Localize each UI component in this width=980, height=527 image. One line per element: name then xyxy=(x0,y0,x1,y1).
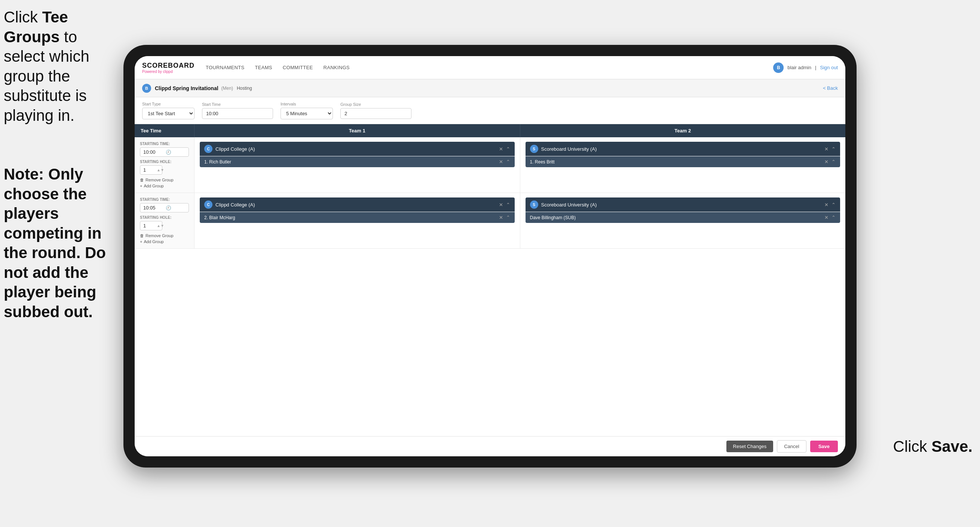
scoreboard-logo: SCOREBOARD Powered by clippd xyxy=(142,62,194,74)
time-input-1[interactable] xyxy=(143,149,166,155)
tournament-name: Clippd Spring Invitational xyxy=(155,85,218,91)
hole-input-wrap-2: ▲▼ xyxy=(140,221,162,231)
user-name: blair admin xyxy=(788,65,811,70)
th-tee-time: Tee Time xyxy=(135,124,194,137)
time-input-wrap-2: 🕘 xyxy=(140,203,189,212)
team2-remove-btn-2[interactable]: ✕ xyxy=(824,202,829,208)
th-team1: Team 1 xyxy=(194,124,520,137)
team2-header-2: S Scoreboard University (A) ✕ ⌃ xyxy=(525,197,840,212)
add-group-text-1[interactable]: Add Group xyxy=(144,184,164,188)
separator: | xyxy=(815,65,816,70)
scroll-area: STARTING TIME: 🕘 STARTING HOLE: ▲▼ 🗑 Rem… xyxy=(135,137,845,436)
hole-input-2[interactable] xyxy=(143,223,157,229)
team2-remove-btn-1[interactable]: ✕ xyxy=(824,146,829,152)
team1-col-2: C Clippd College (A) ✕ ⌃ 2. Blair McHarg… xyxy=(194,193,520,248)
table-row: STARTING TIME: 🕘 STARTING HOLE: ▲▼ 🗑 Rem… xyxy=(135,137,845,193)
team2-col-1: S Scoreboard University (A) ✕ ⌃ 1. Rees … xyxy=(520,137,846,193)
start-type-select[interactable]: 1st Tee Start xyxy=(142,108,194,119)
th-team2: Team 2 xyxy=(520,124,846,137)
add-group-link-2[interactable]: + Add Group xyxy=(140,239,189,244)
sub-header: B Clippd Spring Invitational (Men) Hosti… xyxy=(135,79,845,97)
player-name-1-2: 2. Blair McHarg xyxy=(204,215,499,220)
add-group-text-2[interactable]: Add Group xyxy=(144,239,164,244)
starting-hole-label-2: STARTING HOLE: xyxy=(140,215,189,220)
intervals-group: Intervals 5 Minutes xyxy=(280,102,333,119)
team1-header-2: C Clippd College (A) ✕ ⌃ xyxy=(200,197,515,212)
player-chevron-1-2[interactable]: ⌃ xyxy=(506,215,510,220)
starting-time-label-1: STARTING TIME: xyxy=(140,142,189,146)
team1-remove-btn-1[interactable]: ✕ xyxy=(499,146,503,152)
team1-avatar-1: C xyxy=(204,145,212,153)
remove-group-link-1[interactable]: 🗑 Remove Group xyxy=(140,178,189,182)
note-block: Note: Only choose the players competing … xyxy=(4,165,123,322)
plus-icon-1: + xyxy=(140,184,142,188)
nav-user: B blair admin | Sign out xyxy=(773,62,838,73)
team2-header-actions-2: ✕ ⌃ xyxy=(824,202,835,208)
team2-header-1: S Scoreboard University (A) ✕ ⌃ xyxy=(525,142,840,156)
list-item: Dave Billingham (SUB) ✕ ⌃ xyxy=(525,212,840,223)
player-remove-icon-1-1[interactable]: ✕ xyxy=(499,159,503,165)
nav-committee[interactable]: COMMITTEE xyxy=(283,63,313,72)
list-item: 1. Rich Butler ✕ ⌃ xyxy=(200,156,515,167)
tee-time-col-2: STARTING TIME: 🕘 STARTING HOLE: ▲▼ 🗑 Rem… xyxy=(135,193,194,248)
player-actions-1-2: ✕ ⌃ xyxy=(499,215,510,220)
team1-remove-btn-2[interactable]: ✕ xyxy=(499,202,503,208)
intervals-select[interactable]: 5 Minutes xyxy=(280,108,333,119)
team1-header-actions-2: ✕ ⌃ xyxy=(499,202,510,208)
start-time-input[interactable] xyxy=(202,108,273,119)
team2-name-1: Scoreboard University (A) xyxy=(541,146,822,152)
tablet-screen: SCOREBOARD Powered by clippd TOURNAMENTS… xyxy=(135,56,845,456)
remove-group-link-2[interactable]: 🗑 Remove Group xyxy=(140,233,189,238)
start-time-group: Start Time xyxy=(202,102,273,119)
click-save-bold: Save. xyxy=(931,438,972,455)
reset-changes-button[interactable]: Reset Changes xyxy=(726,441,773,452)
player-remove-icon-1-2[interactable]: ✕ xyxy=(499,215,503,220)
player-actions-2-1: ✕ ⌃ xyxy=(824,159,835,165)
back-link[interactable]: < Back xyxy=(823,85,838,91)
start-type-group: Start Type 1st Tee Start xyxy=(142,102,194,119)
team1-chevron-2[interactable]: ⌃ xyxy=(506,202,510,208)
trash-icon-1: 🗑 xyxy=(140,178,144,182)
team1-chevron-1[interactable]: ⌃ xyxy=(506,146,510,152)
tablet-frame: SCOREBOARD Powered by clippd TOURNAMENTS… xyxy=(123,45,857,468)
player-chevron-1-1[interactable]: ⌃ xyxy=(506,159,510,165)
team2-header-actions-1: ✕ ⌃ xyxy=(824,146,835,152)
start-time-label: Start Time xyxy=(202,102,273,107)
team2-chevron-2[interactable]: ⌃ xyxy=(832,202,835,208)
player-chevron-2-2[interactable]: ⌃ xyxy=(832,215,835,220)
time-input-wrap-1: 🕘 xyxy=(140,147,189,157)
chevron-hole-icon-2: ▲▼ xyxy=(157,224,164,228)
cancel-button[interactable]: Cancel xyxy=(777,440,806,452)
remove-group-text-1[interactable]: Remove Group xyxy=(145,178,173,182)
instruction-block: Click Tee Groups to select which group t… xyxy=(4,8,120,125)
intervals-label: Intervals xyxy=(280,102,333,106)
nav-teams[interactable]: TEAMS xyxy=(255,63,272,72)
save-button[interactable]: Save xyxy=(810,441,838,452)
team1-header-actions-1: ✕ ⌃ xyxy=(499,146,510,152)
team1-name-1: Clippd College (A) xyxy=(215,146,496,152)
nav-rankings[interactable]: RANKINGS xyxy=(323,63,349,72)
time-input-2[interactable] xyxy=(143,205,166,210)
add-group-link-1[interactable]: + Add Group xyxy=(140,184,189,188)
start-type-label: Start Type xyxy=(142,102,194,106)
team1-avatar-2: C xyxy=(204,201,212,209)
nav-tournaments[interactable]: TOURNAMENTS xyxy=(206,63,244,72)
sign-out-link[interactable]: Sign out xyxy=(820,65,838,70)
note-prefix: Note: xyxy=(4,165,48,183)
hole-input-1[interactable] xyxy=(143,167,157,173)
player-actions-1-1: ✕ ⌃ xyxy=(499,159,510,165)
player-remove-icon-2-1[interactable]: ✕ xyxy=(824,159,829,165)
logo-top: SCOREBOARD xyxy=(142,62,194,70)
nav-links: TOURNAMENTS TEAMS COMMITTEE RANKINGS xyxy=(206,63,773,72)
remove-group-text-2[interactable]: Remove Group xyxy=(145,233,173,238)
player-chevron-2-1[interactable]: ⌃ xyxy=(832,159,835,165)
group-size-label: Group Size xyxy=(340,102,412,107)
gender-tag: (Men) xyxy=(221,86,233,91)
user-avatar: B xyxy=(773,62,784,73)
team2-col-2: S Scoreboard University (A) ✕ ⌃ Dave Bil… xyxy=(520,193,846,248)
clock-icon-1: 🕘 xyxy=(166,150,171,155)
group-size-input[interactable] xyxy=(340,108,412,119)
player-remove-icon-2-2[interactable]: ✕ xyxy=(824,215,829,220)
player-name-1-1: 1. Rich Butler xyxy=(204,159,499,165)
team2-chevron-1[interactable]: ⌃ xyxy=(832,146,835,152)
